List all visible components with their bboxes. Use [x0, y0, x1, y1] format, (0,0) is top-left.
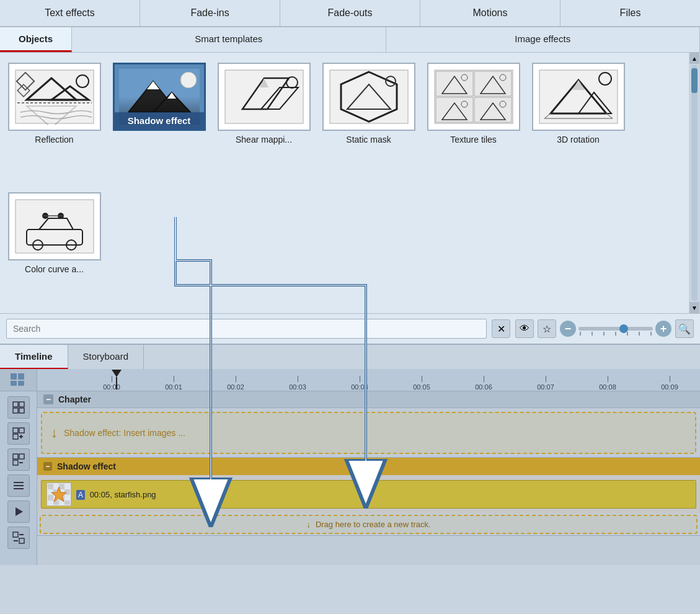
effect-static-mask[interactable]: Static mask [321, 63, 417, 177]
search-bar: ✕ 👁 ☆ − [0, 313, 700, 344]
timeline-ruler: 00:00 00:01 00:02 00:03 [37, 369, 700, 391]
second-tab-bar: Objects Smart templates Image effects [0, 27, 700, 53]
svg-rect-59 [19, 402, 24, 407]
top-tab-bar: Text effects Fade-ins Fade-outs Motions … [0, 0, 700, 27]
svg-rect-38 [539, 70, 618, 123]
svg-rect-57 [18, 381, 24, 386]
effect-label-static-mask: Static mask [346, 135, 391, 145]
svg-rect-67 [13, 454, 18, 459]
static-mask-icon [329, 69, 409, 125]
svg-rect-28 [436, 97, 473, 122]
effects-grid: Reflection [0, 53, 700, 313]
scroll-down-button[interactable]: ▼ [689, 302, 699, 313]
ruler-mark-1: 00:01 [143, 376, 205, 391]
grid-tool-icon [12, 401, 25, 414]
effect-selected-label: Shadow effect [115, 112, 204, 129]
effect-thumb-color-curve [8, 192, 101, 260]
effects-scrollbar[interactable]: ▲ ▼ [689, 53, 700, 313]
svg-point-12 [180, 72, 197, 88]
tab-objects[interactable]: Objects [0, 27, 72, 52]
ruler-mark-8: 00:08 [577, 376, 639, 391]
shear-mapping-icon [224, 69, 304, 125]
effect-thumb-reflection [8, 63, 101, 131]
insert-track-content: ↓ Shadow effect: Insert images ... [37, 408, 700, 457]
shadow-insert-area[interactable]: ↓ Shadow effect: Insert images ... [41, 412, 696, 454]
zoom-slider-container: − + [560, 321, 671, 337]
zoom-out-button[interactable]: − [560, 321, 576, 337]
grid-icon [9, 372, 28, 388]
tab-fade-ins[interactable]: Fade-ins [140, 0, 280, 26]
chapter-header: − Chapter [37, 391, 700, 408]
scroll-thumb[interactable] [691, 68, 698, 93]
align-icon [12, 479, 25, 492]
svg-rect-62 [13, 428, 18, 433]
drag-here-text: Drag here to create a new track. [316, 520, 431, 529]
ruler-mark-6: 00:06 [453, 376, 515, 391]
tool-align-button[interactable] [7, 474, 30, 497]
zoom-slider[interactable] [578, 327, 653, 331]
effect-3d-rotation[interactable]: 3D rotation [530, 63, 626, 177]
tool-add-button[interactable] [7, 422, 30, 445]
search-input[interactable] [6, 319, 487, 339]
shadow-track-label: Shadow effect [57, 461, 116, 471]
shadow-collapse-button[interactable]: − [43, 462, 52, 471]
tools-header [0, 369, 37, 391]
play-icon [12, 505, 25, 518]
tool-settings-button[interactable] [7, 527, 30, 549]
timeline-tools [0, 391, 37, 565]
search-magnify-button[interactable]: 🔍 [675, 319, 694, 338]
scroll-up-button[interactable]: ▲ [689, 53, 699, 64]
image-clip[interactable]: A 00:05, starfish.png [41, 480, 696, 509]
tab-motions[interactable]: Motions [420, 0, 560, 26]
3d-rotation-icon [538, 69, 619, 125]
ruler-mark-5: 00:05 [391, 376, 453, 391]
tab-files[interactable]: Files [560, 0, 700, 26]
tool-grid-button[interactable] [7, 396, 30, 419]
svg-rect-54 [11, 373, 17, 380]
star-button[interactable]: ☆ [538, 319, 556, 338]
effect-thumb-shadow-effect: Shadow effect [113, 63, 206, 131]
shadow-effect-track: − Shadow effect [37, 458, 700, 536]
effect-reflection[interactable]: Reflection [6, 63, 102, 177]
tool-play-button[interactable] [7, 501, 30, 523]
svg-rect-68 [19, 454, 24, 459]
effect-shear-mapping[interactable]: Shear mappi... [216, 63, 312, 177]
search-controls: 👁 ☆ − [515, 319, 694, 338]
starfish-thumbnail [48, 484, 70, 505]
drag-here-area[interactable]: ↓ Drag here to create a new track. [40, 515, 698, 534]
effect-shadow-effect[interactable]: Shadow effect [111, 63, 207, 177]
clear-search-button[interactable]: ✕ [492, 319, 510, 338]
effect-label-3d-rotation: 3D rotation [557, 135, 599, 145]
tab-smart-templates[interactable]: Smart templates [72, 27, 386, 52]
effect-color-curve[interactable]: Color curve a... [6, 192, 102, 307]
zoom-slider-thumb[interactable] [619, 324, 628, 333]
svg-rect-69 [13, 460, 18, 465]
ruler-mark-3: 00:03 [267, 376, 329, 391]
clip-time-name: 00:05, starfish.png [90, 490, 156, 499]
shadow-clip-row: A 00:05, starfish.png [37, 475, 700, 514]
eye-button[interactable]: 👁 [515, 319, 534, 338]
svg-rect-60 [13, 408, 18, 413]
tab-text-effects[interactable]: Text effects [0, 0, 140, 26]
tab-timeline[interactable]: Timeline [0, 345, 68, 369]
effect-label-shear-mapping: Shear mappi... [236, 135, 292, 145]
tab-fade-outs[interactable]: Fade-outs [280, 0, 420, 26]
effect-label-color-curve: Color curve a... [25, 264, 84, 274]
svg-rect-6 [16, 103, 94, 123]
ruler-mark-9: 00:09 [639, 376, 700, 391]
tab-storyboard[interactable]: Storyboard [68, 345, 144, 369]
shadow-track-header: − Shadow effect [37, 458, 700, 475]
svg-rect-61 [19, 408, 24, 413]
remove-icon [12, 453, 25, 466]
chapter-collapse-button[interactable]: − [43, 394, 53, 404]
svg-rect-87 [64, 501, 70, 505]
zoom-in-button[interactable]: + [655, 321, 671, 337]
tool-remove-button[interactable] [7, 448, 30, 471]
tab-image-effects[interactable]: Image effects [386, 27, 700, 52]
effect-texture-tiles[interactable]: Texture tiles [425, 63, 521, 177]
svg-rect-58 [13, 402, 18, 407]
svg-rect-75 [13, 532, 18, 537]
svg-rect-64 [13, 434, 18, 439]
timeline-area: Timeline Storyboard [0, 344, 700, 565]
timeline-tabs: Timeline Storyboard [0, 345, 700, 369]
